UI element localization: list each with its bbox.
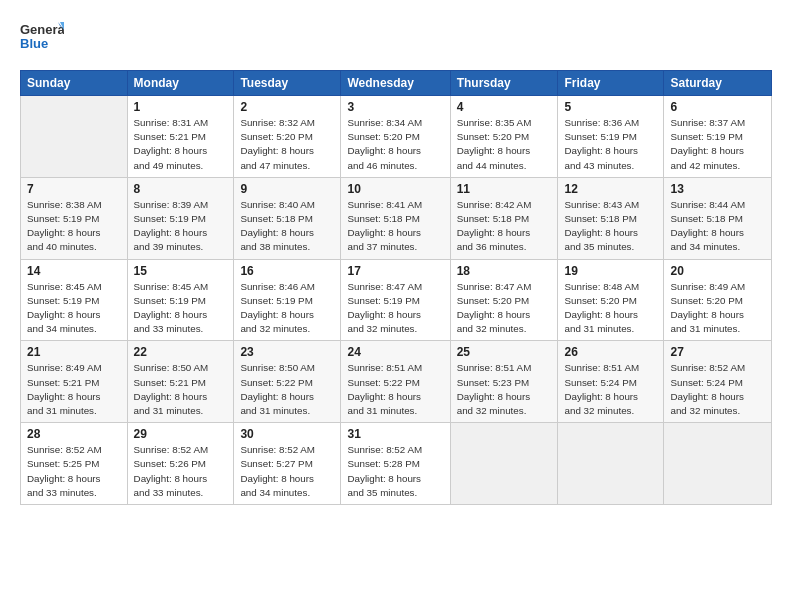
calendar-cell: 28Sunrise: 8:52 AM Sunset: 5:25 PM Dayli… xyxy=(21,423,128,505)
calendar-cell: 26Sunrise: 8:51 AM Sunset: 5:24 PM Dayli… xyxy=(558,341,664,423)
day-number: 9 xyxy=(240,182,334,196)
day-info: Sunrise: 8:51 AM Sunset: 5:22 PM Dayligh… xyxy=(347,361,443,418)
calendar-cell: 17Sunrise: 8:47 AM Sunset: 5:19 PM Dayli… xyxy=(341,259,450,341)
calendar-cell xyxy=(21,96,128,178)
header-friday: Friday xyxy=(558,71,664,96)
calendar-week-2: 7Sunrise: 8:38 AM Sunset: 5:19 PM Daylig… xyxy=(21,177,772,259)
calendar-cell: 22Sunrise: 8:50 AM Sunset: 5:21 PM Dayli… xyxy=(127,341,234,423)
logo-svg: GeneralBlue xyxy=(20,18,64,60)
day-number: 30 xyxy=(240,427,334,441)
calendar-cell: 3Sunrise: 8:34 AM Sunset: 5:20 PM Daylig… xyxy=(341,96,450,178)
calendar-cell: 20Sunrise: 8:49 AM Sunset: 5:20 PM Dayli… xyxy=(664,259,772,341)
calendar-table: SundayMondayTuesdayWednesdayThursdayFrid… xyxy=(20,70,772,505)
day-number: 6 xyxy=(670,100,765,114)
day-info: Sunrise: 8:52 AM Sunset: 5:28 PM Dayligh… xyxy=(347,443,443,500)
day-number: 1 xyxy=(134,100,228,114)
day-info: Sunrise: 8:44 AM Sunset: 5:18 PM Dayligh… xyxy=(670,198,765,255)
day-info: Sunrise: 8:31 AM Sunset: 5:21 PM Dayligh… xyxy=(134,116,228,173)
day-number: 12 xyxy=(564,182,657,196)
calendar-cell: 5Sunrise: 8:36 AM Sunset: 5:19 PM Daylig… xyxy=(558,96,664,178)
day-number: 15 xyxy=(134,264,228,278)
calendar-cell: 24Sunrise: 8:51 AM Sunset: 5:22 PM Dayli… xyxy=(341,341,450,423)
day-number: 31 xyxy=(347,427,443,441)
day-info: Sunrise: 8:45 AM Sunset: 5:19 PM Dayligh… xyxy=(27,280,121,337)
calendar-cell: 14Sunrise: 8:45 AM Sunset: 5:19 PM Dayli… xyxy=(21,259,128,341)
day-number: 2 xyxy=(240,100,334,114)
calendar-cell: 18Sunrise: 8:47 AM Sunset: 5:20 PM Dayli… xyxy=(450,259,558,341)
calendar-week-5: 28Sunrise: 8:52 AM Sunset: 5:25 PM Dayli… xyxy=(21,423,772,505)
calendar-week-3: 14Sunrise: 8:45 AM Sunset: 5:19 PM Dayli… xyxy=(21,259,772,341)
day-number: 13 xyxy=(670,182,765,196)
header-saturday: Saturday xyxy=(664,71,772,96)
day-number: 18 xyxy=(457,264,552,278)
header-thursday: Thursday xyxy=(450,71,558,96)
calendar-header-row: SundayMondayTuesdayWednesdayThursdayFrid… xyxy=(21,71,772,96)
day-number: 20 xyxy=(670,264,765,278)
header-wednesday: Wednesday xyxy=(341,71,450,96)
day-number: 14 xyxy=(27,264,121,278)
day-info: Sunrise: 8:34 AM Sunset: 5:20 PM Dayligh… xyxy=(347,116,443,173)
calendar-cell: 11Sunrise: 8:42 AM Sunset: 5:18 PM Dayli… xyxy=(450,177,558,259)
calendar-cell: 8Sunrise: 8:39 AM Sunset: 5:19 PM Daylig… xyxy=(127,177,234,259)
day-info: Sunrise: 8:52 AM Sunset: 5:25 PM Dayligh… xyxy=(27,443,121,500)
day-info: Sunrise: 8:32 AM Sunset: 5:20 PM Dayligh… xyxy=(240,116,334,173)
day-info: Sunrise: 8:36 AM Sunset: 5:19 PM Dayligh… xyxy=(564,116,657,173)
calendar-cell: 10Sunrise: 8:41 AM Sunset: 5:18 PM Dayli… xyxy=(341,177,450,259)
day-info: Sunrise: 8:40 AM Sunset: 5:18 PM Dayligh… xyxy=(240,198,334,255)
day-info: Sunrise: 8:49 AM Sunset: 5:21 PM Dayligh… xyxy=(27,361,121,418)
day-info: Sunrise: 8:43 AM Sunset: 5:18 PM Dayligh… xyxy=(564,198,657,255)
calendar-cell: 21Sunrise: 8:49 AM Sunset: 5:21 PM Dayli… xyxy=(21,341,128,423)
calendar-cell: 13Sunrise: 8:44 AM Sunset: 5:18 PM Dayli… xyxy=(664,177,772,259)
calendar-cell: 6Sunrise: 8:37 AM Sunset: 5:19 PM Daylig… xyxy=(664,96,772,178)
day-number: 8 xyxy=(134,182,228,196)
day-info: Sunrise: 8:37 AM Sunset: 5:19 PM Dayligh… xyxy=(670,116,765,173)
day-info: Sunrise: 8:50 AM Sunset: 5:22 PM Dayligh… xyxy=(240,361,334,418)
svg-text:Blue: Blue xyxy=(20,36,48,51)
day-info: Sunrise: 8:35 AM Sunset: 5:20 PM Dayligh… xyxy=(457,116,552,173)
header: GeneralBlue xyxy=(20,18,772,60)
day-number: 5 xyxy=(564,100,657,114)
day-number: 17 xyxy=(347,264,443,278)
calendar-cell xyxy=(558,423,664,505)
calendar-cell: 16Sunrise: 8:46 AM Sunset: 5:19 PM Dayli… xyxy=(234,259,341,341)
day-info: Sunrise: 8:51 AM Sunset: 5:23 PM Dayligh… xyxy=(457,361,552,418)
day-number: 10 xyxy=(347,182,443,196)
day-info: Sunrise: 8:50 AM Sunset: 5:21 PM Dayligh… xyxy=(134,361,228,418)
day-info: Sunrise: 8:42 AM Sunset: 5:18 PM Dayligh… xyxy=(457,198,552,255)
day-info: Sunrise: 8:45 AM Sunset: 5:19 PM Dayligh… xyxy=(134,280,228,337)
day-info: Sunrise: 8:52 AM Sunset: 5:26 PM Dayligh… xyxy=(134,443,228,500)
day-number: 27 xyxy=(670,345,765,359)
calendar-cell: 29Sunrise: 8:52 AM Sunset: 5:26 PM Dayli… xyxy=(127,423,234,505)
day-number: 16 xyxy=(240,264,334,278)
header-monday: Monday xyxy=(127,71,234,96)
day-info: Sunrise: 8:48 AM Sunset: 5:20 PM Dayligh… xyxy=(564,280,657,337)
day-number: 23 xyxy=(240,345,334,359)
calendar-cell: 31Sunrise: 8:52 AM Sunset: 5:28 PM Dayli… xyxy=(341,423,450,505)
header-tuesday: Tuesday xyxy=(234,71,341,96)
logo: GeneralBlue xyxy=(20,18,64,60)
day-info: Sunrise: 8:52 AM Sunset: 5:27 PM Dayligh… xyxy=(240,443,334,500)
calendar-cell: 7Sunrise: 8:38 AM Sunset: 5:19 PM Daylig… xyxy=(21,177,128,259)
day-info: Sunrise: 8:47 AM Sunset: 5:20 PM Dayligh… xyxy=(457,280,552,337)
day-number: 19 xyxy=(564,264,657,278)
calendar-cell: 1Sunrise: 8:31 AM Sunset: 5:21 PM Daylig… xyxy=(127,96,234,178)
day-info: Sunrise: 8:47 AM Sunset: 5:19 PM Dayligh… xyxy=(347,280,443,337)
day-info: Sunrise: 8:52 AM Sunset: 5:24 PM Dayligh… xyxy=(670,361,765,418)
svg-text:General: General xyxy=(20,22,64,37)
calendar-cell: 25Sunrise: 8:51 AM Sunset: 5:23 PM Dayli… xyxy=(450,341,558,423)
day-info: Sunrise: 8:49 AM Sunset: 5:20 PM Dayligh… xyxy=(670,280,765,337)
calendar-cell: 2Sunrise: 8:32 AM Sunset: 5:20 PM Daylig… xyxy=(234,96,341,178)
calendar-cell: 4Sunrise: 8:35 AM Sunset: 5:20 PM Daylig… xyxy=(450,96,558,178)
day-number: 4 xyxy=(457,100,552,114)
day-number: 11 xyxy=(457,182,552,196)
calendar-week-4: 21Sunrise: 8:49 AM Sunset: 5:21 PM Dayli… xyxy=(21,341,772,423)
day-number: 24 xyxy=(347,345,443,359)
day-info: Sunrise: 8:46 AM Sunset: 5:19 PM Dayligh… xyxy=(240,280,334,337)
day-number: 3 xyxy=(347,100,443,114)
day-number: 7 xyxy=(27,182,121,196)
calendar-cell xyxy=(664,423,772,505)
day-number: 29 xyxy=(134,427,228,441)
calendar-cell: 12Sunrise: 8:43 AM Sunset: 5:18 PM Dayli… xyxy=(558,177,664,259)
page: GeneralBlue SundayMondayTuesdayWednesday… xyxy=(0,0,792,612)
calendar-cell: 30Sunrise: 8:52 AM Sunset: 5:27 PM Dayli… xyxy=(234,423,341,505)
